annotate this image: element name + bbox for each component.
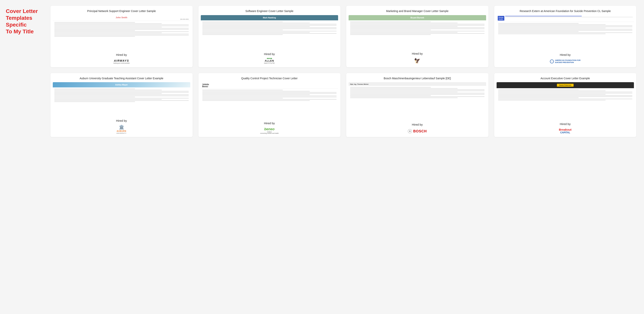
afsp-logo-text: AMERICAN FOUNDATION FORSUICIDE PREVENTIO… [555,59,580,64]
card-7-preview: Dipl. Ing. Thomas Weiner [346,82,488,121]
sidebar-title: Cover LetterTemplatesSpecificTo My Title [6,8,39,35]
card-2-title: Software Engineer Cover Letter Sample [198,6,340,15]
card-4-person-badge: EmmaSmith [498,16,504,20]
card-7-title: Bosch Maschinenbauingenieur Lebenslauf S… [346,73,488,82]
card-account-executive[interactable]: Account Executive Cover Letter Example D… [494,73,636,137]
card-8-person: Daniel Pietersen [557,84,574,87]
card-auburn-teaching[interactable]: Auburn University Graduate Teaching Assi… [50,73,192,137]
card-8-title: Account Executive Cover Letter Example [494,73,636,82]
card-1-hired: Hired by [50,51,192,57]
bosch-logo-text: BOSCH [413,129,427,133]
allen-logo-text: ALLEN [264,59,275,62]
card-6-preview: JulietteBenici [198,82,340,120]
card-7-person: Dipl. Ing. Thomas Weiner [350,83,484,85]
sidebar: Cover LetterTemplatesSpecificTo My Title [0,0,43,314]
card-4-preview: EmmaSmith [494,15,636,51]
card-3-title: Marketing and Brand Manager Cover Letter… [346,6,488,15]
main-content: Principal Network Support Engineer Cover… [43,0,644,314]
card-quality-control[interactable]: Quality Control Project Technician Cover… [198,73,340,137]
card-6-hired: Hired by [198,120,340,126]
card-1-preview: John Smith 555-555-5555 [50,15,192,51]
card-3-preview: Bryant Burnett [346,15,488,50]
card-1-title: Principal Network Support Engineer Cover… [50,6,192,15]
auburn-icon: 🏛️ [119,125,124,130]
cards-grid: Principal Network Support Engineer Cover… [50,6,636,137]
card-software-engineer[interactable]: Software Engineer Cover Letter Sample Ma… [198,6,340,67]
card-7-logo: ⊙ BOSCH [346,127,488,137]
airways-logo-text: AIRWAYS [113,59,130,62]
bosch-circle-icon: ⊙ [408,129,412,133]
beneo-logo-text: beneo [260,127,278,131]
card-4-title: Research Extern at American Foundation f… [494,6,636,15]
card-5-hired: Hired by [50,117,192,123]
card-2-person: Mark Hawking [263,17,276,19]
card-3-hired: Hired by [346,50,488,56]
card-2-hired: Hired by [198,50,340,57]
card-5-logo: 🏛️ AUBURN UNIVERSITY [50,123,192,137]
breakout-logo-text: Breakout [559,128,572,131]
airways-logo-sub: making your world possible [113,62,130,64]
beneo-logo-sub2: connecting nutrition and health [260,133,278,134]
card-8-logo: Breakout CAPITAL [494,127,636,137]
card-8-hired: Hired by [494,120,636,127]
card-2-logo: ALLEN INSTITUTE [198,57,340,67]
card-marketing-brand[interactable]: Marketing and Brand Manager Cover Letter… [346,6,488,67]
card-5-person: Ashley Mayer [115,84,128,86]
card-1-logo: AIRWAYS making your world possible [50,57,192,67]
card-6-person: JulietteBenici [202,83,337,88]
card-3-logo: 🦅 [346,56,488,67]
card-4-hired: Hired by [494,51,636,57]
breakout-logo-sub: CAPITAL [559,131,572,134]
american-eagle-icon: 🦅 [413,57,421,63]
card-5-title: Auburn University Graduate Teaching Assi… [50,73,192,82]
card-5-preview: Ashley Mayer [50,82,192,117]
card-research-extern[interactable]: Research Extern at American Foundation f… [494,6,636,67]
afsp-circle-icon: ○ [550,59,554,63]
card-principal-network[interactable]: Principal Network Support Engineer Cover… [50,6,192,67]
card-6-title: Quality Control Project Technician Cover… [198,73,340,82]
card-bosch[interactable]: Bosch Maschinenbauingenieur Lebenslauf S… [346,73,488,137]
card-8-preview: Daniel Pietersen [494,82,636,120]
allen-logo-sub: INSTITUTE [264,62,275,64]
card-1-person: John Smith [54,16,189,18]
auburn-logo-sub: UNIVERSITY [116,133,126,134]
card-4-logo: ○ AMERICAN FOUNDATION FORSUICIDE PREVENT… [494,57,636,67]
card-6-logo: beneo institute connecting nutrition and… [198,126,340,137]
svg-text:🦅: 🦅 [414,57,420,63]
auburn-logo-text: AUBURN [117,130,126,132]
card-2-preview: Mark Hawking [198,15,340,50]
card-7-hired: Hired by [346,121,488,127]
beneo-logo-sub: institute [260,131,278,133]
card-3-person: Bryant Burnett [410,17,424,19]
